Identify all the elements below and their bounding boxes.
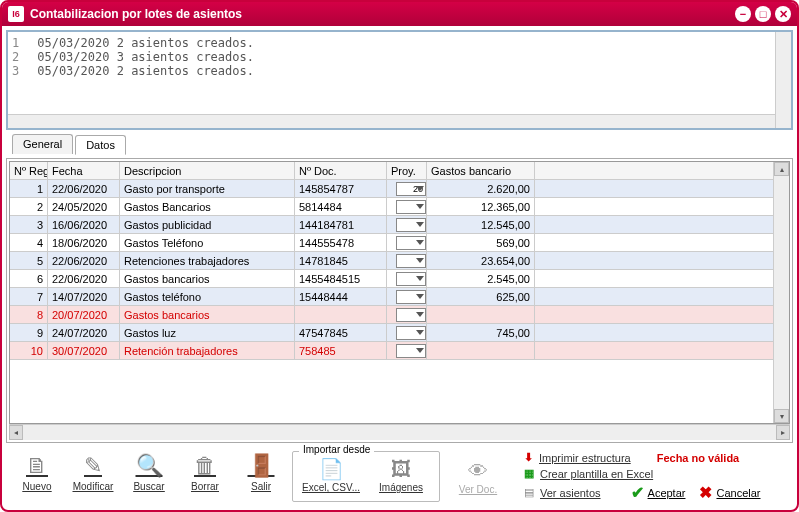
grid-cell[interactable]: [387, 342, 427, 360]
grid-cell[interactable]: 23.654,00: [427, 252, 535, 270]
grid-cell[interactable]: 24/05/2020: [48, 198, 120, 216]
grid-cell[interactable]: 7: [10, 288, 48, 306]
grid-cell[interactable]: [387, 324, 427, 342]
imprimir-estructura-link[interactable]: Imprimir estructura: [539, 452, 631, 464]
grid-cell[interactable]: [387, 270, 427, 288]
proy-dropdown[interactable]: [396, 200, 426, 214]
grid-header[interactable]: Nº Reg.: [10, 162, 48, 180]
proy-dropdown[interactable]: [396, 290, 426, 304]
grid-cell[interactable]: 745,00: [427, 324, 535, 342]
grid-cell[interactable]: Gastos Teléfono: [120, 234, 295, 252]
grid-cell[interactable]: 145854787: [295, 180, 387, 198]
grid-scrollbar-vertical[interactable]: ▴ ▾: [773, 162, 789, 423]
grid-cell[interactable]: 30/07/2020: [48, 342, 120, 360]
ver-asientos-link[interactable]: Ver asientos: [540, 487, 601, 499]
proy-dropdown[interactable]: [396, 272, 426, 286]
grid-cell[interactable]: 758485: [295, 342, 387, 360]
grid-cell[interactable]: Gastos bancarios: [120, 270, 295, 288]
grid-header[interactable]: [535, 162, 789, 180]
cancelar-button[interactable]: ✖ Cancelar: [699, 483, 760, 502]
grid-cell[interactable]: 2.545,00: [427, 270, 535, 288]
grid-cell[interactable]: [535, 216, 789, 234]
proy-dropdown[interactable]: [396, 308, 426, 322]
grid-cell[interactable]: 12.365,00: [427, 198, 535, 216]
grid-header[interactable]: Nº Doc.: [295, 162, 387, 180]
maximize-button[interactable]: □: [755, 6, 771, 22]
grid-cell[interactable]: Gastos teléfono: [120, 288, 295, 306]
grid-cell[interactable]: 6: [10, 270, 48, 288]
proy-dropdown[interactable]: [396, 218, 426, 232]
borrar-button[interactable]: 🗑 Borrar: [180, 451, 230, 502]
grid-cell[interactable]: [387, 288, 427, 306]
grid-cell[interactable]: 12.545,00: [427, 216, 535, 234]
grid-cell[interactable]: Retención trabajadores: [120, 342, 295, 360]
grid-cell[interactable]: 18/06/2020: [48, 234, 120, 252]
grid-cell[interactable]: Gastos publicidad: [120, 216, 295, 234]
grid-cell[interactable]: 2.620,00: [427, 180, 535, 198]
scroll-left-icon[interactable]: ◂: [9, 425, 23, 440]
scroll-right-icon[interactable]: ▸: [776, 425, 790, 440]
grid-cell[interactable]: [387, 252, 427, 270]
grid-cell[interactable]: [535, 342, 789, 360]
buscar-button[interactable]: 🔍 Buscar: [124, 451, 174, 502]
grid-cell[interactable]: 8: [10, 306, 48, 324]
grid-cell[interactable]: 14781845: [295, 252, 387, 270]
grid-cell[interactable]: 5814484: [295, 198, 387, 216]
grid-cell[interactable]: 22/06/2020: [48, 180, 120, 198]
grid-cell[interactable]: 16/06/2020: [48, 216, 120, 234]
grid-header[interactable]: Fecha: [48, 162, 120, 180]
grid-header[interactable]: Proy.: [387, 162, 427, 180]
grid-cell[interactable]: 9: [10, 324, 48, 342]
grid-cell[interactable]: 22/06/2020: [48, 270, 120, 288]
grid-cell[interactable]: Gastos bancarios: [120, 306, 295, 324]
grid-cell[interactable]: 47547845: [295, 324, 387, 342]
grid-cell[interactable]: 20: [387, 180, 427, 198]
grid-cell[interactable]: Gasto por transporte: [120, 180, 295, 198]
grid-cell[interactable]: 20/07/2020: [48, 306, 120, 324]
proy-dropdown[interactable]: 20: [396, 182, 426, 196]
grid-cell[interactable]: 1455484515: [295, 270, 387, 288]
grid-cell[interactable]: 3: [10, 216, 48, 234]
grid-cell[interactable]: [535, 288, 789, 306]
nuevo-button[interactable]: 🗎 Nuevo: [12, 451, 62, 502]
tab-datos[interactable]: Datos: [75, 135, 126, 155]
crear-plantilla-link[interactable]: Crear plantilla en Excel: [540, 468, 653, 480]
grid-scrollbar-horizontal[interactable]: ◂ ▸: [9, 424, 790, 440]
grid-cell[interactable]: 144555478: [295, 234, 387, 252]
proy-dropdown[interactable]: [396, 254, 426, 268]
grid-cell[interactable]: 5: [10, 252, 48, 270]
grid-cell[interactable]: 569,00: [427, 234, 535, 252]
grid-cell[interactable]: 22/06/2020: [48, 252, 120, 270]
proy-dropdown[interactable]: [396, 326, 426, 340]
grid-cell[interactable]: [535, 180, 789, 198]
grid-cell[interactable]: [535, 324, 789, 342]
grid-cell[interactable]: [535, 234, 789, 252]
grid-cell[interactable]: [535, 306, 789, 324]
grid-cell[interactable]: Retenciones trabajadores: [120, 252, 295, 270]
log-scrollbar-vertical[interactable]: [775, 32, 791, 128]
importar-imagenes-button[interactable]: 🖼 Imágenes: [369, 456, 433, 499]
grid-cell[interactable]: 4: [10, 234, 48, 252]
grid-cell[interactable]: 625,00: [427, 288, 535, 306]
grid-cell[interactable]: [387, 198, 427, 216]
grid-cell[interactable]: 144184781: [295, 216, 387, 234]
proy-dropdown[interactable]: [396, 344, 426, 358]
salir-button[interactable]: 🚪 Salir: [236, 451, 286, 502]
grid-cell[interactable]: [387, 234, 427, 252]
grid-cell[interactable]: 15448444: [295, 288, 387, 306]
aceptar-button[interactable]: ✔ Aceptar: [631, 483, 686, 502]
grid-header[interactable]: Descripcion: [120, 162, 295, 180]
grid-cell[interactable]: 2: [10, 198, 48, 216]
grid-cell[interactable]: [427, 306, 535, 324]
proy-dropdown[interactable]: [396, 236, 426, 250]
log-scrollbar-horizontal[interactable]: [8, 114, 775, 128]
minimize-button[interactable]: −: [735, 6, 751, 22]
grid-cell[interactable]: 24/07/2020: [48, 324, 120, 342]
importar-excel-button[interactable]: 📄 Excel, CSV...: [299, 456, 363, 499]
grid-cell[interactable]: Gastos luz: [120, 324, 295, 342]
grid-cell[interactable]: [427, 342, 535, 360]
close-button[interactable]: ✕: [775, 6, 791, 22]
grid-cell[interactable]: 1: [10, 180, 48, 198]
modificar-button[interactable]: ✎ Modificar: [68, 451, 118, 502]
ver-doc-button[interactable]: 👁 Ver Doc.: [446, 458, 510, 495]
